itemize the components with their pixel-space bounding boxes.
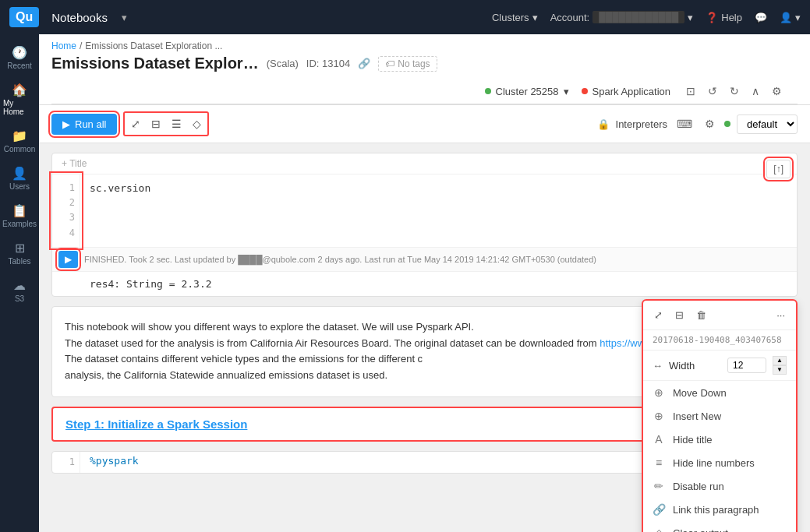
pyspark-code-1[interactable]: %pyspark: [80, 452, 148, 473]
sidebar-item-examples[interactable]: 📋 Examples: [0, 199, 39, 233]
cluster-actions: ⊡ ↺ ↻ ∧ ⚙: [683, 83, 785, 99]
context-menu: ⤢ ⊟ 🗑 ··· 20170618-190408_403407658 ↔ Wi…: [642, 299, 798, 532]
ctx-split-btn[interactable]: ⊟: [670, 307, 688, 323]
toolbar: ▶ Run all ⤢ ⊟ ☰ ◇ 🔒 Interpreters ⌨ ⚙ def…: [39, 105, 810, 143]
breadcrumb: Home / Emissions Dataset Exploration ...: [51, 41, 798, 51]
user-chevron-icon: ▾: [795, 12, 801, 23]
line-num-4: 4: [57, 226, 75, 241]
insert-new-item[interactable]: ⊕ Insert New: [643, 404, 796, 428]
tables-icon: ⊞: [15, 241, 25, 255]
keyboard-icon[interactable]: ⌨: [674, 116, 695, 132]
disable-run-item[interactable]: ✏ Disable run: [643, 474, 796, 498]
interp-status-dot: [724, 121, 730, 127]
cluster-dot: [485, 88, 491, 94]
sidebar-item-myhome[interactable]: 🏠 My Home: [0, 78, 39, 121]
account-value: ████████████: [592, 11, 684, 23]
sidebar-item-recent[interactable]: 🕐 Recent: [0, 41, 39, 75]
notebook-link-icon[interactable]: 🔗: [358, 58, 370, 69]
insert-new-icon: ⊕: [653, 410, 665, 422]
interpreter-section: 🔒 Interpreters ⌨ ⚙ default: [597, 115, 798, 134]
chat-icon: 💬: [755, 12, 767, 23]
output-area: res4: String = 2.3.2: [52, 271, 797, 296]
main-content: Home / Emissions Dataset Exploration ...…: [39, 34, 810, 532]
notebook-title-row: Emissions Dataset Explor… (Scala) ID: 13…: [51, 55, 798, 72]
interp-settings-btn[interactable]: ⚙: [702, 116, 718, 132]
examples-icon: 📋: [12, 203, 27, 218]
clusters-chevron-icon: ▾: [532, 12, 538, 23]
link-paragraph-item[interactable]: 🔗 Link this paragraph: [643, 498, 796, 521]
notebook-id: ID: 13104: [306, 58, 350, 69]
width-up-btn[interactable]: ▲: [773, 356, 787, 365]
collapse-all-btn[interactable]: ∧: [748, 83, 762, 99]
move-down-item[interactable]: ⊕ Move Down: [643, 381, 796, 404]
split-view-btn[interactable]: ⊟: [147, 115, 165, 133]
cluster-chevron-icon: ▾: [564, 86, 569, 97]
lock-icon: 🔒: [597, 118, 610, 130]
list-view-btn[interactable]: ☰: [167, 115, 186, 133]
hide-line-numbers-item[interactable]: ≡ Hide line numbers: [643, 451, 796, 474]
step-title[interactable]: Step 1: Initialize a Spark Session: [65, 417, 247, 431]
width-arrow-icon: ↔: [653, 360, 663, 372]
disable-run-icon: ✏: [653, 480, 665, 492]
account-nav[interactable]: Account: ████████████ ▾: [550, 11, 694, 23]
hide-title-item[interactable]: A Hide title: [643, 428, 796, 451]
navbar: Qu Notebooks ▾ Clusters ▾ Account: █████…: [0, 0, 810, 34]
account-chevron-icon: ▾: [688, 12, 693, 23]
notebook-area: + Title 1 2 3 4 sc.version ▶ FINISHED. T…: [39, 143, 810, 532]
line-num-1: 1: [57, 181, 75, 196]
history-btn[interactable]: ↺: [705, 83, 720, 99]
app-name: Notebooks: [51, 11, 108, 24]
ctx-fullscreen-btn[interactable]: ⤢: [649, 307, 667, 323]
code-area: 1 2 3 4 sc.version: [52, 174, 797, 247]
line-numbers: 1 2 3 4: [52, 174, 80, 247]
toolbar-group: ⤢ ⊟ ☰ ◇: [123, 111, 209, 136]
clear-output-item[interactable]: ◇ Clear output: [643, 521, 796, 532]
settings-btn[interactable]: ⚙: [769, 83, 785, 99]
paragraph-run-button[interactable]: ▶: [58, 251, 78, 268]
navbar-chevron-icon[interactable]: ▾: [122, 12, 127, 23]
help-circle-icon: ❓: [706, 12, 718, 23]
ctx-delete-btn[interactable]: 🗑: [692, 307, 711, 323]
hide-lines-icon: ≡: [653, 456, 665, 469]
sidebar-item-users[interactable]: 👤 Users: [0, 161, 39, 196]
cluster-status[interactable]: Cluster 25258 ▾: [485, 86, 569, 97]
refresh-btn[interactable]: ↻: [727, 83, 742, 99]
paragraph-title[interactable]: + Title: [52, 153, 797, 174]
width-label: Width: [669, 360, 721, 372]
paragraph-view-btn[interactable]: ⊡: [683, 83, 699, 99]
app-logo: Qu: [9, 7, 39, 27]
user-nav[interactable]: 👤 ▾: [780, 12, 801, 23]
run-status: FINISHED. Took 2 sec. Last updated by ██…: [84, 255, 596, 264]
fullscreen-btn[interactable]: ⤢: [126, 115, 145, 133]
folder-icon: 📁: [12, 129, 27, 143]
sidebar: 🕐 Recent 🏠 My Home 📁 Common 👤 Users 📋 Ex…: [0, 34, 39, 532]
width-down-btn[interactable]: ▼: [773, 365, 787, 375]
spark-status: Spark Application: [582, 86, 670, 97]
run-all-button[interactable]: ▶ Run all: [51, 114, 117, 135]
interpreter-select[interactable]: default: [737, 115, 798, 134]
paragraph-1: + Title 1 2 3 4 sc.version ▶ FINISHED. T…: [51, 153, 798, 297]
sidebar-item-s3[interactable]: ☁ S3: [0, 273, 39, 308]
breadcrumb-home[interactable]: Home: [51, 41, 76, 51]
run-area: ▶ FINISHED. Took 2 sec. Last updated by …: [52, 247, 797, 271]
sidebar-item-tables[interactable]: ⊞ Tables: [0, 236, 39, 270]
width-input[interactable]: [727, 358, 766, 373]
notebook-title: Emissions Dataset Explor…: [51, 55, 259, 72]
help-nav[interactable]: ❓ Help: [706, 12, 742, 23]
recent-icon: 🕐: [12, 45, 27, 60]
page-header: Home / Emissions Dataset Exploration ...…: [39, 34, 810, 105]
width-row: ↔ Width ▲ ▼: [643, 351, 796, 381]
clear-all-btn[interactable]: ◇: [188, 115, 206, 133]
clusters-nav[interactable]: Clusters ▾: [492, 12, 538, 23]
sidebar-item-common[interactable]: 📁 Common: [0, 124, 39, 158]
width-spinner: ▲ ▼: [773, 356, 787, 375]
clear-icon: ◇: [653, 527, 665, 532]
notebook-language: (Scala): [267, 58, 299, 69]
paragraph-collapse-button[interactable]: [↑]: [766, 160, 791, 178]
notebook-tags[interactable]: 🏷 No tags: [378, 56, 437, 72]
comments-nav[interactable]: 💬: [755, 12, 767, 23]
link-icon: 🔗: [653, 503, 665, 516]
code-editor[interactable]: sc.version: [80, 174, 797, 247]
ctx-more-btn[interactable]: ···: [772, 307, 790, 323]
pyspark-linenum-1: 1: [52, 452, 80, 473]
